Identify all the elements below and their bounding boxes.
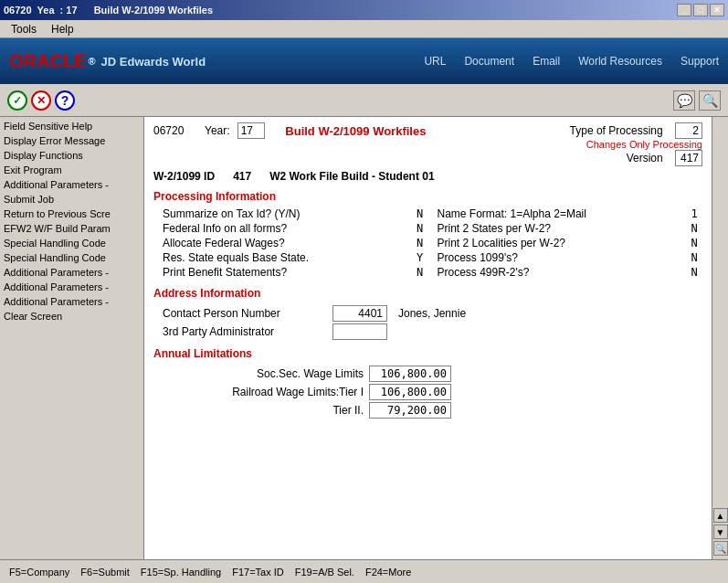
- main-container: Field Sensitive Help Display Error Messa…: [0, 117, 728, 559]
- proc-right-label-1: Print 2 States per W-2?: [438, 222, 681, 235]
- address-section: Contact Person Number 4401 Jones, Jennie…: [153, 305, 702, 340]
- proc-right-label-3: Process 1099's?: [438, 251, 681, 264]
- close-button[interactable]: ✕: [710, 4, 724, 16]
- sidebar-item-submit-job[interactable]: Submit Job: [0, 192, 143, 207]
- minimize-button[interactable]: _: [677, 4, 691, 16]
- contact-person-value[interactable]: 4401: [332, 305, 387, 322]
- menu-help[interactable]: Help: [44, 21, 81, 37]
- processing-info-grid: Summarize on Tax Id? (Y/N) N Federal Inf…: [163, 207, 702, 280]
- content-area: 06720 Year: 17 Build W-2/1099 Workfiles …: [144, 117, 712, 559]
- changes-only-text: Changes Only Processing: [520, 139, 702, 150]
- proc-label-3: Res. State equals Base State.: [163, 251, 406, 264]
- header-nav: URL Document Email World Resources Suppo…: [424, 55, 719, 68]
- sidebar: Field Sensitive Help Display Error Messa…: [0, 117, 144, 559]
- nav-email[interactable]: Email: [533, 55, 560, 68]
- scroll-area: ▲ ▼ 🔍: [712, 117, 728, 559]
- toolbar: ✓ ✕ ? 💬 🔍: [0, 84, 728, 117]
- railroad-label: Railroad Wage Limits:Tier I: [163, 386, 364, 398]
- proc-value-2: N: [412, 237, 428, 249]
- w2-row: W-2/1099 ID 417 W2 Work File Build - Stu…: [153, 170, 702, 183]
- proc-right-value-2: N: [686, 237, 702, 249]
- proc-right-value-0: 1: [686, 207, 702, 220]
- search-icon[interactable]: 🔍: [699, 90, 721, 111]
- year-input[interactable]: 17: [237, 122, 265, 139]
- version-input[interactable]: 417: [675, 150, 702, 166]
- help-button[interactable]: ?: [55, 90, 75, 111]
- third-party-input[interactable]: [332, 323, 387, 340]
- proc-right-row-3: Process 1099's? N: [438, 250, 703, 265]
- proc-row-1: Federal Info on all forms? N: [163, 221, 428, 236]
- proc-value-3: Y: [412, 251, 428, 264]
- sidebar-item-special-handling-1[interactable]: Special Handling Code: [0, 236, 143, 250]
- oracle-text: ORACLE: [9, 51, 86, 72]
- scroll-down-button[interactable]: ▼: [713, 525, 728, 539]
- sidebar-item-efw2-build[interactable]: EFW2 W/F Build Param: [0, 221, 143, 236]
- type-of-processing-value[interactable]: 2: [675, 122, 702, 139]
- third-party-label: 3rd Party Administrator: [163, 325, 327, 338]
- cancel-button[interactable]: ✕: [31, 90, 51, 111]
- w2-id-value: 417: [233, 170, 251, 183]
- status-f24: F24=More: [365, 567, 411, 578]
- superscript: ®: [88, 56, 95, 67]
- proc-right-label-0: Name Format: 1=Alpha 2=Mail: [438, 207, 681, 220]
- third-party-row: 3rd Party Administrator: [163, 323, 702, 340]
- nav-url[interactable]: URL: [424, 55, 446, 68]
- nav-support[interactable]: Support: [681, 55, 719, 68]
- proc-value-1: N: [412, 222, 428, 235]
- soc-sec-value[interactable]: 106,800.00: [369, 366, 451, 382]
- chat-icon[interactable]: 💬: [673, 90, 695, 111]
- tier-ii-label: Tier II.: [163, 404, 364, 417]
- sidebar-item-additional-params-4[interactable]: Additional Parameters -: [0, 294, 143, 309]
- menu-tools[interactable]: Tools: [4, 21, 44, 37]
- nav-world-resources[interactable]: World Resources: [578, 55, 662, 68]
- proc-value-0: N: [412, 207, 428, 220]
- sidebar-item-clear-screen[interactable]: Clear Screen: [0, 309, 143, 323]
- sidebar-item-field-sensitive-help[interactable]: Field Sensitive Help: [0, 119, 143, 133]
- app-header-row: 06720 Year: 17 Build W-2/1099 Workfiles: [153, 122, 426, 139]
- confirm-button[interactable]: ✓: [7, 90, 27, 111]
- form-title: Build W-2/1099 Workfiles: [285, 124, 426, 138]
- railroad-value[interactable]: 106,800.00: [369, 384, 451, 400]
- tier-ii-value[interactable]: 79,200.00: [369, 402, 451, 419]
- w2-description: W2 Work File Build - Student 01: [269, 170, 434, 183]
- status-f19: F19=A/B Sel.: [295, 567, 354, 578]
- proc-right-row-1: Print 2 States per W-2? N: [438, 221, 703, 236]
- proc-right-row-0: Name Format: 1=Alpha 2=Mail 1: [438, 207, 703, 221]
- contact-person-row: Contact Person Number 4401 Jones, Jennie: [163, 305, 702, 322]
- sidebar-item-exit-program[interactable]: Exit Program: [0, 163, 143, 177]
- proc-right-row-4: Process 499R-2's? N: [438, 265, 703, 280]
- type-of-processing-label: Type of Processing: [570, 124, 663, 137]
- sidebar-item-special-handling-2[interactable]: Special Handling Code: [0, 250, 143, 265]
- proc-label-4: Print Benefit Statements?: [163, 266, 406, 279]
- window-controls: _ □ ✕: [677, 4, 724, 16]
- tier-ii-row: Tier II. 79,200.00: [163, 402, 702, 419]
- soc-sec-row: Soc.Sec. Wage Limits 106,800.00: [163, 366, 702, 382]
- title-bar-left: 06720 Yea : 17 Build W-2/1099 Workfiles: [4, 5, 213, 16]
- status-bar: F5=Company F6=Submit F15=Sp. Handling F1…: [0, 559, 728, 583]
- sidebar-item-additional-params-1[interactable]: Additional Parameters -: [0, 177, 143, 192]
- scroll-up-button[interactable]: ▲: [713, 508, 728, 523]
- sidebar-item-return-previous[interactable]: Return to Previous Scre: [0, 207, 143, 221]
- zoom-in-button[interactable]: 🔍: [713, 541, 728, 556]
- status-f6: F6=Submit: [80, 567, 130, 578]
- window-title: Build W-2/1099 Workfiles: [94, 5, 213, 16]
- app-name: Yea: [37, 5, 55, 16]
- sidebar-item-display-functions[interactable]: Display Functions: [0, 148, 143, 163]
- app-version: : 17: [60, 5, 78, 16]
- sidebar-item-additional-params-3[interactable]: Additional Parameters -: [0, 280, 143, 294]
- oracle-logo: ORACLE ® JD Edwards World: [9, 51, 206, 72]
- proc-right-value-1: N: [686, 222, 702, 235]
- proc-label-1: Federal Info on all forms?: [163, 222, 406, 235]
- year-label: Year:: [205, 124, 230, 137]
- maximize-button[interactable]: □: [693, 4, 708, 16]
- contact-person-name: Jones, Jennie: [398, 307, 466, 320]
- sidebar-item-additional-params-2[interactable]: Additional Parameters -: [0, 265, 143, 280]
- processing-left: Summarize on Tax Id? (Y/N) N Federal Inf…: [163, 207, 428, 280]
- nav-document[interactable]: Document: [464, 55, 514, 68]
- railroad-row: Railroad Wage Limits:Tier I 106,800.00: [163, 384, 702, 400]
- toolbar-right: 💬 🔍: [673, 90, 721, 111]
- contact-person-label: Contact Person Number: [163, 307, 327, 320]
- proc-value-4: N: [412, 266, 428, 279]
- proc-label-0: Summarize on Tax Id? (Y/N): [163, 207, 406, 220]
- sidebar-item-display-error-message[interactable]: Display Error Message: [0, 133, 143, 148]
